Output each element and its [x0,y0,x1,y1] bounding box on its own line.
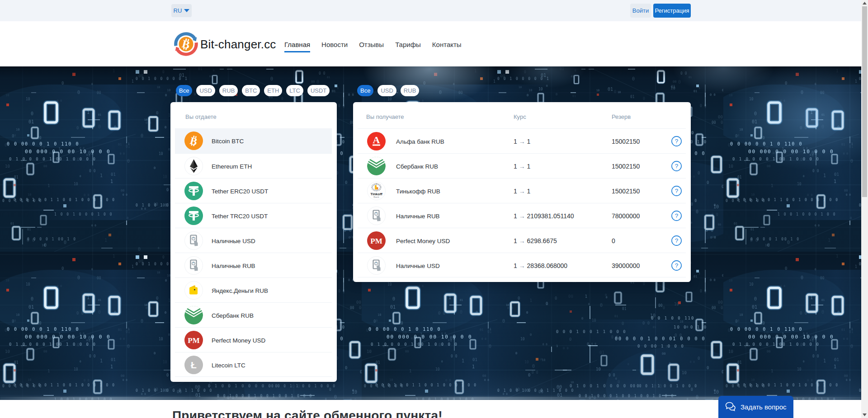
svg-text:PM: PM [188,336,199,345]
svg-text:A: A [373,134,380,146]
svg-text:?: ? [675,237,679,244]
svg-text:PM: PM [370,237,382,245]
svg-text:Bank: Bank [373,196,379,198]
svg-text:?: ? [675,138,679,145]
svg-text:?: ? [675,188,679,194]
svg-text:Ł: Ł [191,360,197,370]
svg-text:?: ? [675,212,679,219]
svg-text:?: ? [675,262,679,269]
svg-text:?: ? [675,163,679,169]
